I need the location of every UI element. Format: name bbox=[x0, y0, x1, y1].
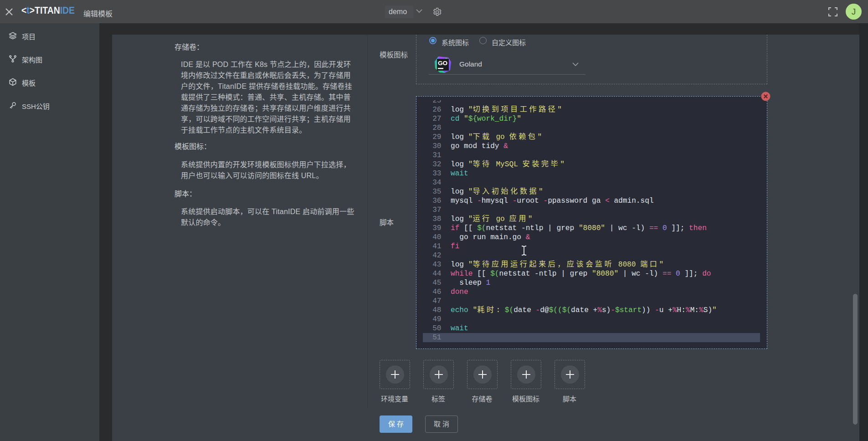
svg-text:GO: GO bbox=[438, 60, 447, 67]
